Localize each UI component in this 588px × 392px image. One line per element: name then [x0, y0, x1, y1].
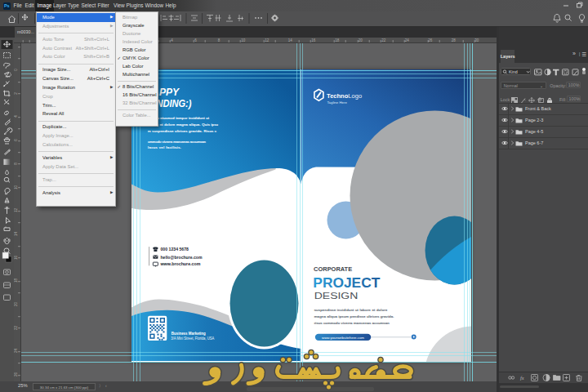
svg-text:PROJECT: PROJECT [313, 274, 380, 291]
svg-text:www.yourwebsitehere.com: www.yourwebsitehere.com [322, 336, 364, 340]
svg-text:Business Marketing: Business Marketing [172, 332, 206, 336]
svg-text:fx: fx [520, 375, 524, 381]
svg-text:000 1234 5678: 000 1234 5678 [161, 247, 189, 252]
svg-text:hello@brochure.com: hello@brochure.com [161, 256, 203, 260]
svg-text:CORPORATE: CORPORATE [314, 266, 353, 272]
svg-text:Kind: Kind [509, 69, 518, 74]
svg-text:ommodo viverra maecenas accums: ommodo viverra maecenas accumsan [148, 140, 207, 144]
svg-text:lacus vel facilisis.: lacus vel facilisis. [148, 145, 181, 149]
svg-text:Tagline Here: Tagline Here [327, 100, 347, 105]
svg-text:suspendisse incididunt ut labo: suspendisse incididunt ut labore et dolo… [314, 308, 388, 312]
svg-text:m suspendisse ultrices gravida: m suspendisse ultrices gravida. Risus c [148, 129, 217, 133]
svg-text:magna aliqua ipsum pendisse ul: magna aliqua ipsum pendisse ultrices gra… [314, 314, 394, 318]
svg-text:www.brochure.com: www.brochure.com [159, 262, 201, 266]
svg-text:3/A Mini Street, Florida, USA: 3/A Mini Street, Florida, USA [171, 336, 215, 341]
svg-text:TechnoLogo: TechnoLogo [327, 93, 363, 100]
svg-text:DESIGN: DESIGN [314, 292, 359, 301]
svg-text:risus commodo viverra maecenas: risus commodo viverra maecenas accumsan [314, 321, 390, 325]
